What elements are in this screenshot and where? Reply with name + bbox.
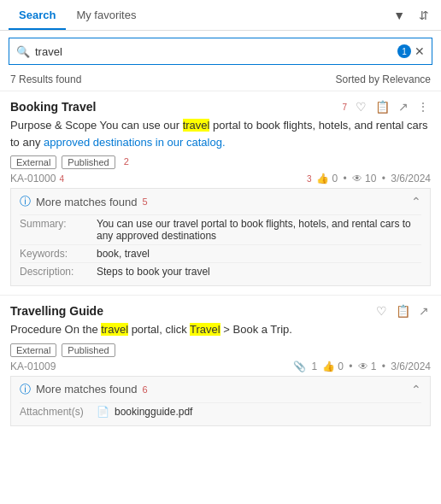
tag-published-1: Published [62,155,115,169]
more-matches-label-2: More matches found [36,383,138,396]
card-1-date: 3/6/2024 [391,173,431,185]
card-1-more-matches-header[interactable]: ⓘ More matches found 5 ⌃ [20,194,421,209]
card-2-header: Travelling Guide ♡ 📋 ↗ [10,304,431,318]
result-card-1: Booking Travel 7 ♡ 📋 ↗ ⋮ Purpose & Scope… [0,91,441,295]
eye-icon: 👁 [352,173,362,185]
clear-search-button[interactable]: ✕ [415,44,425,58]
match-row-summary: Summary: You can use our travel portal t… [20,214,421,244]
card-1-meta-left: KA-01000 4 [10,173,64,185]
results-info: 7 Results found Sorted by Relevance [0,72,441,91]
card-1-title: Booking Travel [10,100,96,114]
card-2-attachment-count: 1 [311,360,317,372]
card-2-tags: External Published [10,343,431,357]
card-2-meta: KA-01009 📎 1 👍 0 • 👁 1 • 3/6/2024 [10,360,431,372]
pdf-icon: 📄 [97,406,109,418]
card-1-tags: External Published 2 [10,155,431,169]
card-1-share-btn[interactable]: ↗ [397,100,410,114]
card-2-vote: 👍 0 • 👁 1 • 3/6/2024 [322,360,431,372]
search-input[interactable] [35,45,394,58]
card-1-more-matches-left: ⓘ More matches found 5 [20,194,148,209]
collapse-btn-1[interactable]: ⌃ [411,195,421,208]
highlight-travel-2: travel [101,323,128,336]
card-1-id-count: 4 [59,174,64,184]
match-label-attachment: Attachment(s) [20,406,97,418]
card-2-date: 3/6/2024 [391,360,431,372]
card-2-vote-count: 0 [338,360,344,372]
tabs-bar: Search My favorites ▼ ⇵ [0,0,441,31]
card-1-view-count: 10 [365,173,376,185]
result-card-2: Travelling Guide ♡ 📋 ↗ Procedure On the … [0,295,441,435]
info-icon-1: ⓘ [20,194,31,209]
match-value-keywords: book, travel [97,248,150,260]
collapse-btn-2[interactable]: ⌃ [411,383,421,396]
card-2-view-count: 1 [371,360,377,372]
card-1-more-matches: ⓘ More matches found 5 ⌃ Summary: You ca… [10,188,431,286]
eye-icon-2: 👁 [358,360,368,372]
card-2-meta-right: 📎 1 👍 0 • 👁 1 • 3/6/2024 [293,360,431,372]
tag-published-2: Published [62,343,115,357]
card-2-share-btn[interactable]: ↗ [417,304,431,318]
match-row-description: Description: Steps to book your travel [20,262,421,280]
match-row-keywords: Keywords: book, travel [20,244,421,262]
tag-external-1: External [10,155,56,169]
search-count-badge: 1 [397,44,411,58]
card-1-action-count: 7 [342,103,347,112]
more-matches-label-1: More matches found [36,196,138,208]
card-1-meta-right: 3 👍 0 • 👁 10 • 3/6/2024 [307,173,431,185]
match-label-description: Description: [20,266,97,278]
match-value-description: Steps to book your travel [97,266,210,278]
approved-link: approved destinations in our catalog. [44,136,225,149]
search-box: 🔍 1 ✕ [9,38,432,65]
card-2-actions: ♡ 📋 ↗ [374,304,431,318]
tab-search[interactable]: Search [9,2,66,30]
card-2-body: Procedure On the travel portal, click Tr… [10,321,431,338]
card-2-more-matches-left: ⓘ More matches found 6 [20,382,148,397]
tag-external-2: External [10,343,56,357]
thumbs-up-icon: 👍 [316,173,329,185]
card-2-more-matches-header[interactable]: ⓘ More matches found 6 ⌃ [20,382,421,397]
card-1-vote-count: 0 [332,173,338,185]
search-icon: 🔍 [16,45,30,58]
card-1-meta: KA-01000 4 3 👍 0 • 👁 10 • 3/6/2024 [10,173,431,185]
attachment-filename: bookingguide.pdf [115,406,192,418]
tag-count-1: 2 [121,155,132,169]
more-matches-count-2: 6 [143,384,148,395]
card-1-actions: 7 ♡ 📋 ↗ ⋮ [342,100,431,114]
tab-actions: ▼ ⇵ [390,7,432,24]
info-icon-2: ⓘ [20,382,31,397]
sort-label: Sorted by Relevance [336,73,431,85]
more-matches-count-1: 5 [143,196,148,207]
sort-button[interactable]: ⇵ [415,7,432,24]
card-2-favorite-btn[interactable]: ♡ [374,304,389,318]
card-2-id: KA-01009 [10,360,56,372]
thumbs-up-icon-2: 👍 [322,360,335,372]
highlight-travel-3: Travel [190,323,220,336]
card-2-meta-left: KA-01009 [10,360,56,372]
card-2-title: Travelling Guide [10,304,103,318]
card-1-id: KA-01000 [10,173,56,185]
card-2-match-details: Attachment(s) 📄 bookingguide.pdf [20,402,421,420]
card-1-copy-btn[interactable]: 📋 [373,100,391,114]
card-1-header: Booking Travel 7 ♡ 📋 ↗ ⋮ [10,100,431,114]
match-label-summary: Summary: [20,218,97,242]
results-count: 7 Results found [10,73,81,85]
card-2-copy-btn[interactable]: 📋 [394,304,412,318]
card-1-badge-3: 3 [307,174,312,184]
match-value-summary: You can use our travel portal to book fl… [97,218,421,242]
card-1-favorite-btn[interactable]: ♡ [354,100,368,114]
filter-button[interactable]: ▼ [390,7,409,24]
attachment-row: 📄 bookingguide.pdf [97,406,192,418]
card-1-vote: 👍 0 • 👁 10 • 3/6/2024 [316,173,431,185]
card-1-more-btn[interactable]: ⋮ [415,100,431,114]
tab-favorites[interactable]: My favorites [66,2,146,30]
highlight-travel-1: travel [183,119,210,132]
card-1-body: Purpose & Scope You can use our travel p… [10,117,431,150]
match-row-attachment: Attachment(s) 📄 bookingguide.pdf [20,402,421,420]
card-1-match-details: Summary: You can use our travel portal t… [20,214,421,280]
card-2-more-matches: ⓘ More matches found 6 ⌃ Attachment(s) 📄… [10,376,431,426]
attachment-icon: 📎 [293,360,306,372]
match-label-keywords: Keywords: [20,248,97,260]
